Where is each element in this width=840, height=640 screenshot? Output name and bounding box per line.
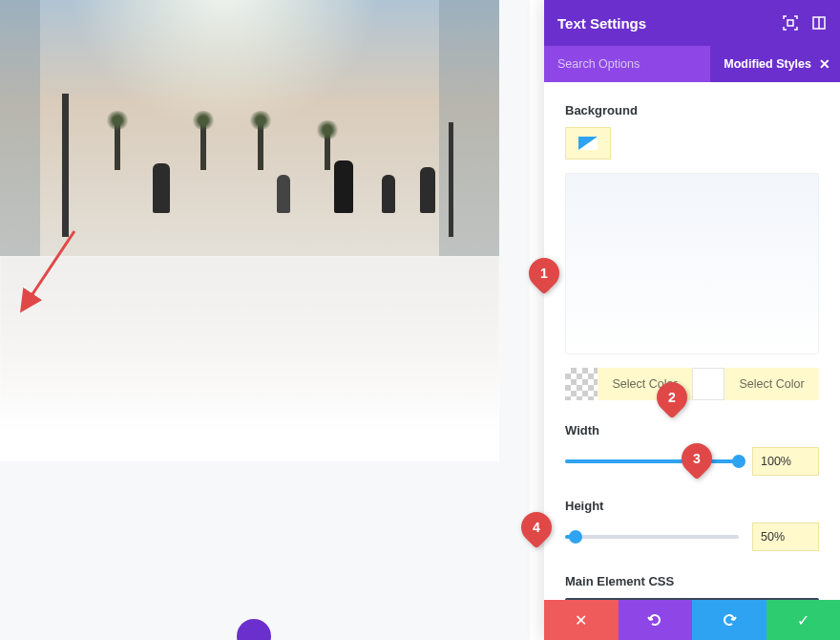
main-element-css-field: Main Element CSS 1position: absolute !im… — [565, 574, 819, 600]
module-add-button[interactable] — [237, 619, 271, 640]
expand-icon[interactable] — [811, 15, 827, 31]
modified-styles-tab[interactable]: Modified Styles ✕ — [710, 46, 840, 82]
color-picker-row: Select Color Select Color — [565, 368, 819, 400]
css-editor[interactable]: 1position: absolute !important; 2top: 50… — [565, 598, 819, 600]
editor-canvas — [0, 0, 530, 640]
reflection-overlay — [0, 256, 499, 461]
panel-title: Text Settings — [557, 15, 646, 32]
select-color-2-label: Select Color — [724, 377, 819, 391]
height-value-input[interactable]: 50% — [752, 523, 819, 551]
svg-rect-1 — [788, 20, 793, 26]
cancel-button[interactable]: ✕ — [544, 600, 619, 640]
save-button[interactable]: ✓ — [766, 600, 841, 640]
panel-tabs: Search Options Modified Styles ✕ — [544, 46, 840, 82]
hero-image — [0, 0, 499, 256]
css-label: Main Element CSS — [565, 574, 819, 588]
panel-header: Text Settings — [544, 0, 840, 46]
undo-button[interactable] — [619, 600, 693, 640]
height-field: Height 50% — [565, 499, 819, 551]
width-label: Width — [565, 423, 819, 437]
gradient-preview[interactable] — [565, 173, 819, 354]
height-slider[interactable] — [565, 535, 739, 539]
search-options-tab[interactable]: Search Options — [544, 57, 710, 71]
color-picker-2[interactable]: Select Color — [692, 368, 819, 400]
width-slider[interactable] — [565, 459, 739, 463]
focus-icon[interactable] — [783, 15, 798, 31]
background-label: Background — [565, 103, 819, 117]
white-swatch-icon — [692, 368, 724, 400]
transparent-swatch-icon — [565, 368, 598, 400]
modified-styles-label: Modified Styles — [724, 57, 811, 71]
panel-footer: ✕ ✓ — [544, 600, 840, 640]
redo-button[interactable] — [692, 600, 766, 640]
width-slider-thumb[interactable] — [732, 455, 746, 468]
close-filter-icon[interactable]: ✕ — [819, 56, 830, 72]
height-label: Height — [565, 499, 819, 513]
height-slider-thumb[interactable] — [569, 530, 582, 544]
settings-panel: Text Settings Search Options Modified St… — [544, 0, 840, 640]
panel-body: Background Select Color Select Color Wid… — [544, 82, 840, 600]
background-gradient-button[interactable] — [565, 127, 611, 160]
width-value-input[interactable]: 100% — [752, 447, 819, 476]
